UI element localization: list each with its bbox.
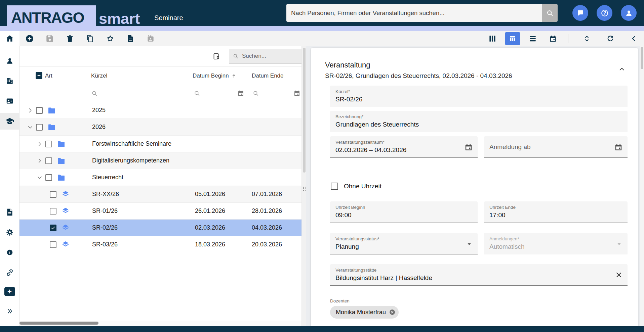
- global-search-button[interactable]: [542, 4, 558, 22]
- panel-splitter[interactable]: [301, 46, 306, 326]
- tree-search-input[interactable]: [241, 52, 298, 60]
- column-chooser-button[interactable]: [212, 52, 220, 60]
- sidebar-item-settings[interactable]: [0, 222, 19, 242]
- filter-calendar-icon[interactable]: [293, 90, 300, 97]
- staette-field[interactable]: Veranstaltungsstätte Bildungsinstitut Ha…: [330, 264, 628, 286]
- row-checkbox[interactable]: [45, 141, 52, 147]
- calendar-picker-button[interactable]: [614, 143, 623, 151]
- brand-secondary: smart: [99, 5, 140, 27]
- chevron-right-icon[interactable]: [36, 140, 43, 148]
- kurzel-field[interactable]: Kürzel* SR-02/26: [330, 86, 628, 107]
- row-checkbox[interactable]: [50, 191, 56, 198]
- chevron-down-icon[interactable]: [27, 124, 34, 131]
- tree-row[interactable]: SR-02/2602.03.202604.03.2026: [19, 220, 301, 236]
- search-icon: [233, 53, 239, 59]
- collapse-panel-button[interactable]: [624, 31, 644, 46]
- scrollbar-thumb[interactable]: [641, 47, 643, 69]
- field-value: SR-02/26: [335, 96, 622, 103]
- column-header-kurzel[interactable]: Kürzel: [91, 66, 107, 85]
- calendar-picker-button[interactable]: [464, 143, 473, 151]
- bezeichnung-field[interactable]: Bezeichnung* Grundlagen des Steuerrechts: [330, 111, 628, 132]
- refresh-button[interactable]: [600, 31, 620, 46]
- column-header-art[interactable]: Art: [45, 66, 52, 85]
- right-scrollbar[interactable]: [640, 46, 644, 326]
- row-checkbox[interactable]: [45, 157, 52, 164]
- chat-button[interactable]: [572, 5, 588, 21]
- filter-search-icon[interactable]: [194, 90, 200, 97]
- filter-calendar-icon[interactable]: [237, 90, 244, 97]
- tree-horizontal-scrollbar[interactable]: [19, 321, 301, 326]
- sidebar-item-persons[interactable]: [0, 51, 19, 71]
- row-checkbox[interactable]: [50, 208, 56, 215]
- clear-field-button[interactable]: [615, 271, 623, 279]
- splitter-drag-handle[interactable]: [303, 187, 306, 191]
- tree-row[interactable]: 2026: [19, 119, 301, 136]
- building-icon: [5, 77, 14, 85]
- scrollbar-thumb[interactable]: [19, 322, 98, 325]
- list-view-button[interactable]: [523, 31, 543, 46]
- column-header-datum-ende[interactable]: Datum Ende: [252, 66, 284, 85]
- row-checkbox[interactable]: [50, 241, 56, 248]
- chevron-up-icon: [618, 65, 626, 73]
- chevron-right-icon[interactable]: [27, 107, 34, 114]
- sidebar-item-documents[interactable]: [0, 202, 19, 222]
- copy-icon: [86, 34, 94, 43]
- profile-button[interactable]: [621, 5, 637, 21]
- anmeldung-ab-field[interactable]: Anmeldung ab: [484, 136, 628, 158]
- document-button[interactable]: [120, 31, 140, 46]
- save-button[interactable]: [40, 31, 60, 46]
- row-checkbox[interactable]: [36, 124, 43, 131]
- tree-header-row: Art Kürzel Datum Beginn Datum Ende: [19, 66, 301, 85]
- row-checkbox[interactable]: [45, 174, 52, 181]
- column-header-datum-beginn[interactable]: Datum Beginn: [193, 66, 237, 85]
- tree-row[interactable]: SR-03/2618.03.202620.03.2026: [19, 236, 301, 253]
- dozent-chip[interactable]: Monika Musterfrau: [330, 306, 399, 319]
- chip-remove-button[interactable]: [389, 309, 396, 316]
- uhrzeit-ende-field[interactable]: Uhrzeit Ende 17:00: [484, 201, 628, 223]
- calendar-view-button[interactable]: [543, 31, 563, 46]
- sidebar-item-contacts[interactable]: [0, 91, 19, 111]
- uhrzeit-beginn-field[interactable]: Uhrzeit Beginn 09:00: [330, 201, 478, 223]
- favorite-button[interactable]: [100, 31, 120, 46]
- chevron-right-icon[interactable]: [36, 157, 43, 164]
- select-all-checkbox[interactable]: [36, 72, 42, 79]
- tree-row[interactable]: Forstwirtschaftliche Seminare: [19, 136, 301, 152]
- filter-search-icon[interactable]: [252, 90, 259, 97]
- tree-row[interactable]: SR-01/2626.01.202628.01.2026: [19, 203, 301, 220]
- sidebar-add-button[interactable]: +: [4, 287, 15, 296]
- ohne-uhrzeit-checkbox[interactable]: [331, 183, 338, 190]
- row-checkbox[interactable]: [50, 225, 56, 231]
- sidebar-item-seminare[interactable]: [0, 113, 19, 130]
- person-icon: [625, 9, 633, 17]
- add-button[interactable]: [19, 31, 40, 46]
- tree-vertical-scrollbar-thumb[interactable]: [303, 48, 306, 173]
- tree-row[interactable]: 2025: [19, 102, 301, 119]
- table-view-button[interactable]: [502, 31, 523, 46]
- sidebar-item-companies[interactable]: [0, 71, 19, 91]
- zeitraum-field[interactable]: Veranstaltungszeitraum* 02.03.2026 – 04.…: [330, 136, 478, 158]
- sidebar-item-links[interactable]: [0, 263, 19, 283]
- person-icon: [5, 56, 14, 65]
- columns-view-button[interactable]: [482, 31, 502, 46]
- toolbar: [0, 31, 644, 46]
- sidebar-item-info[interactable]: [0, 242, 19, 263]
- expand-rows-button[interactable]: [577, 31, 597, 46]
- chevron-left-icon: [630, 35, 638, 43]
- row-checkbox[interactable]: [36, 107, 43, 114]
- tree-row[interactable]: Digitalisierungskompetenzen: [19, 152, 301, 169]
- field-label: Dozenten: [330, 298, 628, 303]
- cell-datum-beginn: 26.01.2026: [195, 203, 225, 219]
- tree-row[interactable]: Steuerrecht: [19, 169, 301, 186]
- status-select[interactable]: Veranstaltungsstatus* Planung: [330, 233, 478, 254]
- global-search-input[interactable]: [286, 4, 542, 22]
- delete-button[interactable]: [60, 31, 80, 46]
- participant-button[interactable]: [140, 31, 161, 46]
- home-button[interactable]: [0, 31, 19, 46]
- tree-row[interactable]: SR-XX/2605.01.202607.01.2026: [19, 186, 301, 203]
- copy-button[interactable]: [80, 31, 100, 46]
- sidebar-expand-button[interactable]: [0, 306, 19, 316]
- chevron-down-icon[interactable]: [36, 174, 43, 181]
- filter-search-icon[interactable]: [91, 90, 98, 97]
- help-button[interactable]: [597, 5, 612, 21]
- collapse-section-button[interactable]: [618, 65, 626, 73]
